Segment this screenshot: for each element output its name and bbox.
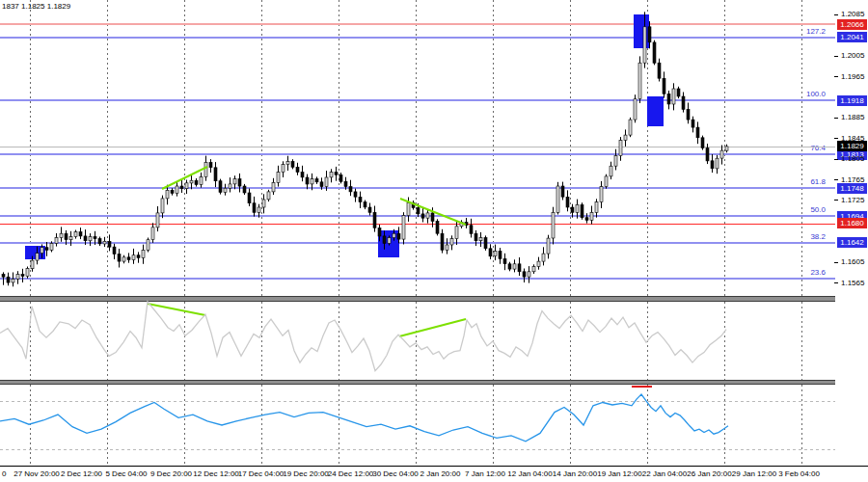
- candle-body: [484, 238, 487, 249]
- candle-body: [190, 180, 193, 183]
- candle-body: [113, 247, 116, 254]
- candle-body: [696, 127, 699, 138]
- ohlc-info-text: 1837 1.1825 1.1829: [2, 2, 70, 11]
- candle-body: [643, 27, 646, 63]
- candle-body: [368, 207, 371, 212]
- candle-body: [142, 250, 145, 257]
- candle-body: [204, 162, 207, 176]
- candle-body: [470, 226, 473, 234]
- candle-body: [16, 275, 19, 280]
- candle-body: [556, 186, 559, 212]
- candle-body: [7, 277, 10, 282]
- candle-body: [2, 275, 5, 278]
- candle-body: [349, 187, 352, 192]
- candle-body: [600, 187, 603, 202]
- candle-body: [311, 179, 313, 184]
- trading-chart-window: 1837 1.1825 1.1829 127.2100.076.461.850.…: [0, 0, 868, 482]
- candle-body: [151, 228, 154, 240]
- candle-body: [499, 251, 502, 258]
- candle-body: [595, 202, 598, 213]
- candle-body: [219, 181, 222, 193]
- candle-body: [547, 238, 550, 254]
- candle-body: [238, 179, 241, 187]
- candle-body: [494, 251, 497, 255]
- candle-body: [421, 214, 424, 218]
- candle-body: [667, 94, 670, 104]
- candle-body: [262, 200, 265, 207]
- candle-body: [103, 241, 106, 244]
- candle-body: [258, 207, 260, 212]
- candle-body: [50, 243, 53, 250]
- candle-body: [315, 179, 318, 182]
- candle-body: [306, 177, 309, 184]
- candle-body: [176, 186, 178, 194]
- indicator-trendline[interactable]: [399, 319, 466, 336]
- candle-body: [45, 248, 48, 251]
- candle-body: [122, 257, 125, 261]
- candle-body: [388, 238, 391, 244]
- cci-line: [0, 302, 726, 371]
- candle-body: [711, 161, 714, 169]
- candle-body: [209, 162, 212, 167]
- candle-body: [277, 173, 280, 183]
- candle-body: [224, 188, 227, 192]
- candle-body: [55, 238, 58, 244]
- candle-body: [320, 182, 323, 187]
- candle-body: [330, 173, 333, 177]
- candle-body: [94, 237, 96, 239]
- candle-body: [41, 248, 43, 254]
- candle-body: [166, 190, 169, 199]
- candle-body: [523, 272, 526, 277]
- candle-body: [291, 161, 294, 167]
- candle-body: [267, 192, 270, 200]
- candle-body: [195, 180, 198, 184]
- candle-body: [180, 186, 183, 189]
- candle-body: [89, 237, 92, 241]
- candle-body: [253, 203, 256, 213]
- candle-body: [653, 42, 656, 63]
- candle-body: [614, 156, 617, 167]
- candle-body: [581, 204, 583, 217]
- candle-body: [532, 267, 535, 272]
- candle-body: [79, 232, 82, 236]
- candle-body: [60, 233, 63, 237]
- candle-body: [585, 218, 588, 221]
- candle-body: [272, 182, 275, 192]
- candle-body: [658, 63, 661, 78]
- candle-body: [214, 168, 217, 181]
- candle-body: [605, 176, 608, 187]
- candle-body: [98, 239, 101, 244]
- candle-body: [576, 204, 579, 212]
- candle-body: [446, 245, 448, 250]
- candle-body: [147, 240, 149, 251]
- chart-drawing-layer: [0, 0, 868, 482]
- candle-body: [450, 239, 453, 245]
- candle-body: [634, 99, 637, 120]
- candle-body: [74, 232, 77, 237]
- candle-body: [716, 158, 719, 169]
- indicator-trendline[interactable]: [148, 304, 205, 315]
- candle-body: [566, 197, 569, 207]
- candle-body: [402, 216, 405, 240]
- candle-body: [431, 213, 434, 222]
- candle-body: [508, 264, 511, 269]
- candle-body: [354, 192, 357, 197]
- candle-body: [407, 202, 410, 215]
- candle-body: [296, 167, 299, 172]
- candle-body: [561, 186, 564, 197]
- candle-body: [233, 179, 236, 184]
- candle-body: [200, 176, 203, 184]
- candle-body: [21, 275, 24, 277]
- candle-body: [383, 236, 386, 244]
- candle-body: [108, 241, 111, 247]
- candle-body: [542, 254, 545, 261]
- candle-body: [325, 177, 328, 187]
- candle-body: [282, 165, 285, 173]
- candle-body: [171, 190, 174, 193]
- candle-body: [156, 213, 159, 228]
- candle-body: [610, 166, 612, 176]
- candle-body: [161, 199, 164, 213]
- candle-body: [344, 181, 347, 186]
- candle-body: [455, 227, 458, 239]
- candle-body: [426, 213, 429, 218]
